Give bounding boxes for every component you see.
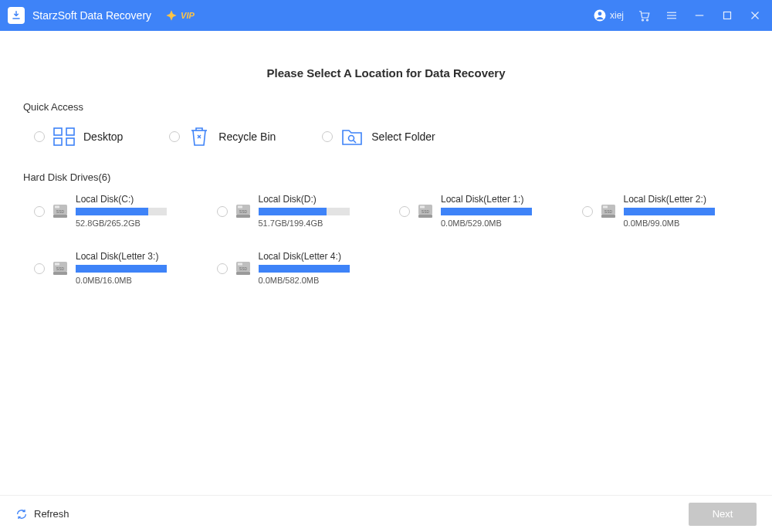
drive-body: Local Disk(Letter 2:) 0.0MB/99.0MB — [624, 194, 750, 228]
quick-access-select-folder[interactable]: Select Folder — [322, 124, 435, 150]
svg-text:SSD: SSD — [422, 209, 430, 214]
svg-rect-28 — [420, 206, 425, 208]
radio[interactable] — [34, 206, 45, 217]
radio[interactable] — [34, 131, 45, 142]
drive-item[interactable]: SSD Local Disk(Letter 1:) 0.0MB/529.0MB — [399, 194, 567, 228]
svg-rect-15 — [66, 138, 74, 145]
radio[interactable] — [582, 206, 593, 217]
drive-usage-bar — [259, 265, 350, 273]
quick-access-desktop[interactable]: Desktop — [34, 124, 123, 150]
svg-rect-14 — [54, 138, 62, 145]
user-account[interactable]: xiej — [593, 8, 624, 22]
drive-body: Local Disk(Letter 4:) 0.0MB/582.0MB — [259, 251, 384, 285]
quick-access-label: Quick Access — [23, 101, 749, 113]
svg-point-4 — [647, 19, 648, 21]
titlebar-controls: xiej — [593, 8, 763, 23]
svg-point-16 — [349, 136, 354, 141]
drive-name: Local Disk(Letter 1:) — [441, 194, 567, 205]
drive-usage-fill — [259, 208, 327, 215]
svg-rect-36 — [55, 263, 59, 266]
drive-usage-bar — [259, 208, 350, 215]
drive-size: 0.0MB/99.0MB — [624, 219, 750, 228]
svg-rect-9 — [724, 12, 731, 19]
menu-button[interactable] — [664, 8, 679, 23]
svg-point-2 — [598, 12, 602, 15]
drive-usage-fill — [624, 208, 715, 215]
radio[interactable] — [217, 206, 228, 217]
refresh-button[interactable]: Refresh — [15, 508, 69, 520]
hdd-icon: SSD — [234, 259, 252, 277]
svg-rect-32 — [603, 206, 608, 208]
svg-rect-23 — [236, 215, 250, 218]
radio[interactable] — [34, 263, 45, 274]
drive-body: Local Disk(Letter 3:) 0.0MB/16.0MB — [76, 251, 201, 285]
drive-usage-bar — [624, 208, 715, 215]
maximize-button[interactable] — [720, 8, 735, 23]
svg-line-17 — [354, 141, 356, 143]
drive-usage-fill — [76, 265, 167, 273]
page-heading: Please Select A Location for Data Recove… — [23, 66, 749, 80]
minimize-button[interactable] — [692, 8, 707, 23]
drive-item[interactable]: SSD Local Disk(Letter 4:) 0.0MB/582.0MB — [217, 251, 384, 285]
hdd-icon: SSD — [234, 202, 252, 220]
svg-text:SSD: SSD — [56, 266, 65, 271]
quick-access-row: Desktop Recycle Bin Select Folder — [23, 124, 749, 150]
drive-item[interactable]: SSD Local Disk(Letter 2:) 0.0MB/99.0MB — [582, 194, 750, 228]
refresh-icon — [15, 508, 28, 520]
quick-access-label-text: Recycle Bin — [218, 130, 276, 143]
svg-rect-12 — [54, 128, 62, 135]
hdd-icon: SSD — [51, 202, 69, 220]
radio[interactable] — [399, 206, 410, 217]
main-content: Please Select A Location for Data Recove… — [0, 66, 772, 285]
drive-usage-bar — [76, 265, 167, 273]
app-title: StarzSoft Data Recovery — [32, 9, 151, 22]
drive-size: 0.0MB/16.0MB — [76, 276, 201, 285]
drive-item[interactable]: SSD Local Disk(Letter 3:) 0.0MB/16.0MB — [34, 251, 201, 285]
close-button[interactable] — [747, 8, 763, 23]
vip-badge: VIP — [165, 9, 195, 22]
svg-marker-0 — [166, 10, 176, 20]
svg-rect-40 — [238, 263, 242, 266]
drive-body: Local Disk(D:) 51.7GB/199.4GB — [259, 194, 384, 228]
quick-access-label-text: Desktop — [83, 130, 123, 143]
vip-text: VIP — [181, 11, 195, 20]
drive-item[interactable]: SSD Local Disk(C:) 52.8GB/265.2GB — [34, 194, 201, 228]
hdd-icon: SSD — [416, 202, 435, 220]
drive-usage-bar — [76, 208, 167, 215]
hdd-icon: SSD — [51, 259, 69, 277]
radio[interactable] — [169, 131, 180, 142]
drive-size: 0.0MB/529.0MB — [441, 219, 567, 228]
user-name: xiej — [610, 10, 624, 21]
svg-rect-13 — [66, 128, 74, 135]
radio[interactable] — [322, 131, 333, 142]
drive-name: Local Disk(C:) — [76, 194, 201, 205]
drive-name: Local Disk(Letter 4:) — [259, 251, 384, 262]
quick-access-label-text: Select Folder — [371, 130, 435, 143]
quick-access-recycle-bin[interactable]: Recycle Bin — [169, 124, 276, 150]
drive-name: Local Disk(D:) — [259, 194, 384, 205]
svg-rect-39 — [236, 272, 250, 275]
svg-text:SSD: SSD — [239, 266, 247, 271]
drives-grid: SSD Local Disk(C:) 52.8GB/265.2GB SSD Lo… — [23, 194, 749, 285]
footer: Refresh Next — [0, 495, 772, 532]
drive-usage-bar — [441, 208, 532, 215]
drive-usage-fill — [441, 208, 532, 215]
svg-text:SSD: SSD — [604, 209, 612, 214]
drive-name: Local Disk(Letter 2:) — [624, 194, 750, 205]
svg-rect-35 — [53, 272, 67, 275]
svg-text:SSD: SSD — [56, 209, 65, 214]
drive-usage-fill — [76, 208, 148, 215]
radio[interactable] — [217, 263, 228, 274]
vip-icon — [165, 9, 178, 22]
cart-button[interactable] — [636, 8, 652, 23]
svg-rect-19 — [53, 215, 67, 218]
svg-rect-27 — [418, 215, 432, 218]
drive-item[interactable]: SSD Local Disk(D:) 51.7GB/199.4GB — [217, 194, 384, 228]
drive-body: Local Disk(Letter 1:) 0.0MB/529.0MB — [441, 194, 567, 228]
next-button[interactable]: Next — [689, 503, 757, 526]
hdd-icon: SSD — [599, 202, 618, 220]
hard-drives-label: Hard Disk Drives(6) — [23, 171, 749, 183]
desktop-icon — [51, 124, 77, 150]
svg-point-3 — [642, 19, 644, 21]
drive-name: Local Disk(Letter 3:) — [76, 251, 201, 262]
